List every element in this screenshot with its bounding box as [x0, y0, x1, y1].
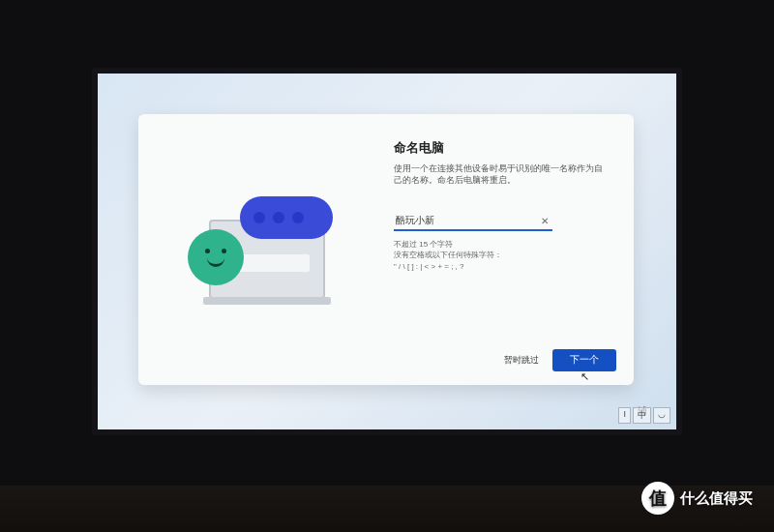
- clear-input-icon[interactable]: ✕: [539, 216, 551, 226]
- illustration-dot-icon: [273, 212, 284, 223]
- mouse-cursor-icon: ↖: [580, 370, 589, 383]
- next-button[interactable]: 下一个: [552, 349, 616, 371]
- illustration-dot-icon: [253, 212, 265, 223]
- name-pc-illustration: [170, 177, 354, 322]
- dialog-description: 使用一个在连接其他设备时易于识别的唯一名称作为自己的名称。命名后电脑将重启。: [394, 163, 607, 186]
- form-pane: 命名电脑 使用一个在连接其他设备时易于识别的唯一名称作为自己的名称。命名后电脑将…: [386, 114, 634, 385]
- ime-indicator[interactable]: I 中 ◡: [618, 407, 670, 424]
- skip-button[interactable]: 暂时跳过: [504, 354, 539, 367]
- illustration-smiley-icon: [188, 229, 244, 285]
- watermark-text: 什么值得买: [680, 489, 753, 508]
- oobe-dialog: 命名电脑 使用一个在连接其他设备时易于识别的唯一名称作为自己的名称。命名后电脑将…: [138, 114, 634, 385]
- hint-line: 不超过 15 个字符: [394, 239, 607, 250]
- pc-name-field[interactable]: ✕: [394, 213, 552, 231]
- watermark: 值 什么值得买: [641, 482, 753, 515]
- input-hint: 不超过 15 个字符 没有空格或以下任何特殊字符： " / \ [ ] : | …: [394, 239, 607, 272]
- photo-background: 命名电脑 使用一个在连接其他设备时易于识别的唯一名称作为自己的名称。命名后电脑将…: [0, 0, 774, 532]
- watermark-badge-icon: 值: [641, 482, 674, 515]
- illustration-pane: [138, 114, 386, 385]
- hint-line: 没有空格或以下任何特殊字符：: [394, 250, 607, 260]
- ime-segment[interactable]: I: [618, 407, 631, 424]
- dialog-footer: 暂时跳过 下一个: [504, 349, 616, 371]
- hint-line: " / \ [ ] : | < > + = ; , ?: [394, 261, 607, 272]
- illustration-speech-bubble-icon: [240, 196, 333, 239]
- pc-name-input[interactable]: [396, 216, 539, 226]
- laptop-screen: 命名电脑 使用一个在连接其他设备时易于识别的唯一名称作为自己的名称。命名后电脑将…: [92, 68, 682, 435]
- dialog-title: 命名电脑: [394, 139, 607, 157]
- illustration-dot-icon: [292, 212, 304, 223]
- ime-segment[interactable]: 中: [633, 407, 651, 424]
- ime-segment[interactable]: ◡: [653, 407, 670, 424]
